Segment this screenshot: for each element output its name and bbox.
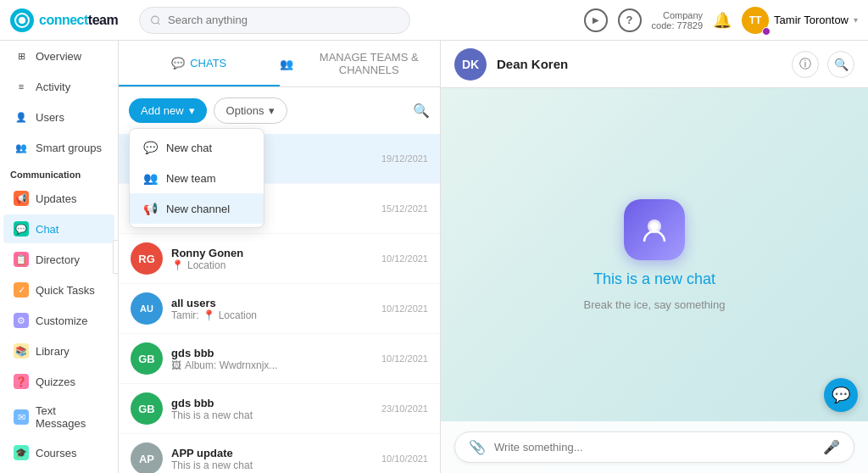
chat-input-container: 📎 🎤: [454, 431, 854, 463]
chat-message-input[interactable]: [494, 441, 815, 454]
chat-item[interactable]: RG Ronny Gonen 📍 Location 10/12/2021: [119, 234, 440, 284]
chat-header-name: Dean Koren: [497, 57, 782, 71]
sidebar-item-activity[interactable]: ≡ Activity: [3, 72, 114, 101]
search-bar[interactable]: [139, 7, 410, 34]
sidebar-item-courses[interactable]: 🎓 Courses: [3, 438, 114, 467]
new-team-menu-icon: 👥: [143, 171, 158, 185]
notification-button[interactable]: 🔔: [713, 11, 732, 30]
add-new-feature-button[interactable]: + Add new feature: [0, 468, 118, 473]
location-pin-icon: 📍: [171, 259, 184, 271]
manage-tab-icon: 👥: [280, 58, 293, 70]
svg-point-1: [19, 17, 25, 24]
sidebar-item-customize[interactable]: ⚙ Customize: [3, 306, 114, 335]
chat-avatar: GB: [131, 342, 163, 375]
quizzes-icon: ❓: [14, 374, 29, 389]
header-actions: ▶ ? Company code: 77829 🔔 TT Tamir Toron…: [584, 7, 858, 34]
chat-header: DK Dean Koren ⓘ 🔍: [441, 41, 868, 88]
search-in-chat-button[interactable]: 🔍: [827, 51, 854, 78]
chat-messages: This is a new chat Break the ice, say so…: [441, 88, 868, 421]
user-name: Tamir Torontow: [774, 14, 849, 26]
chat-info: gds bbb This is a new chat: [171, 397, 373, 421]
sidebar-item-chat[interactable]: 💬 Chat: [3, 214, 114, 243]
logo-icon: [10, 8, 34, 32]
communication-section-label: Communication: [0, 163, 118, 183]
sidebar-item-directory[interactable]: 📋 Directory: [3, 245, 114, 274]
app-header: connectteam ▶ ? Company code: 77829 🔔 TT…: [0, 0, 868, 41]
chat-tab-icon: 💬: [171, 57, 185, 70]
app-logo: connectteam: [10, 8, 129, 32]
location-pin-icon: 📍: [203, 309, 215, 321]
play-button[interactable]: ▶: [584, 8, 608, 32]
microphone-icon[interactable]: 🎤: [823, 439, 840, 455]
add-new-dropdown: 💬 New chat 👥 New team 📢 New channel: [129, 128, 264, 228]
chat-avatar: AP: [131, 442, 163, 473]
chat-input-wrap: 📎 🎤: [441, 421, 868, 473]
text-messages-icon: ✉: [14, 409, 29, 425]
new-chat-illustration: [624, 199, 685, 260]
quick-tasks-icon: ✓: [14, 282, 29, 298]
chat-list-header: Add new ▾ Options ▾ 🔍 💬 New chat 👥: [119, 87, 440, 134]
new-team-option[interactable]: 👥 New team: [130, 163, 264, 193]
sidebar-item-overview[interactable]: ⊞ Overview: [3, 42, 114, 70]
chat-avatar: GB: [131, 392, 163, 425]
chat-info: Ronny Gonen 📍 Location: [171, 247, 373, 271]
options-button[interactable]: Options ▾: [214, 97, 288, 124]
content-area: 💬 CHATS 👥 MANAGE TEAMS & CHANNELS Add ne…: [119, 41, 868, 473]
album-icon: 🖼: [171, 359, 181, 371]
help-button[interactable]: ?: [618, 8, 642, 32]
new-chat-title: This is a new chat: [593, 270, 715, 288]
chat-item[interactable]: AU all users Tamir: 📍 Location 10/12/202…: [119, 284, 440, 334]
svg-line-3: [158, 22, 159, 24]
sidebar-item-quick-tasks[interactable]: ✓ Quick Tasks: [3, 275, 114, 304]
search-icon: [150, 14, 161, 26]
chat-info: gds bbb 🖼 Album: Wwdrnxnjx...: [171, 347, 373, 371]
new-channel-option[interactable]: 📢 New channel: [130, 193, 264, 224]
chevron-down-icon: ▾: [854, 15, 858, 25]
chat-area: DK Dean Koren ⓘ 🔍 This is a new chat: [441, 41, 868, 473]
options-chevron-icon: ▾: [269, 104, 275, 117]
search-input[interactable]: [168, 14, 399, 26]
tab-manage-teams[interactable]: 👥 MANAGE TEAMS & CHANNELS: [280, 41, 441, 86]
user-avatar-wrap[interactable]: TT Tamir Torontow ▾: [742, 7, 858, 34]
grid-icon: ⊞: [14, 48, 29, 64]
sidebar-item-smart-groups[interactable]: 👥 Smart groups: [3, 133, 114, 162]
directory-icon: 📋: [14, 252, 29, 267]
info-button[interactable]: ⓘ: [792, 51, 819, 78]
updates-icon: 📢: [14, 191, 29, 206]
activity-icon: ≡: [14, 79, 29, 94]
svg-point-2: [152, 16, 159, 24]
company-info: Company code: 77829: [652, 10, 704, 31]
chats-tabs: 💬 CHATS 👥 MANAGE TEAMS & CHANNELS: [119, 41, 440, 87]
sidebar-item-quizzes[interactable]: ❓ Quizzes: [3, 367, 114, 396]
chat-info: all users Tamir: 📍 Location: [171, 297, 373, 321]
attachment-icon[interactable]: 📎: [469, 439, 486, 455]
sidebar-item-updates[interactable]: 📢 Updates: [3, 184, 114, 213]
chat-item[interactable]: GB gds bbb This is a new chat 23/10/2021: [119, 384, 440, 434]
sidebar-item-text-messages[interactable]: ✉ Text Messages: [3, 398, 114, 437]
search-chat-icon[interactable]: 🔍: [413, 103, 430, 119]
courses-icon: 🎓: [14, 445, 29, 460]
chat-icon: 💬: [14, 221, 29, 236]
main-layout: ◀ ⊞ Overview ≡ Activity 👤 Users 👥 Smart …: [0, 41, 868, 473]
customize-icon: ⚙: [14, 313, 29, 328]
add-new-button[interactable]: Add new ▾: [129, 98, 207, 123]
svg-point-5: [650, 222, 659, 231]
chat-info: APP update This is a new chat: [171, 447, 373, 471]
chat-item[interactable]: GB gds bbb 🖼 Album: Wwdrnxnjx... 10/12/2…: [119, 334, 440, 384]
smart-groups-icon: 👥: [14, 140, 29, 155]
floating-chat-button[interactable]: 💬: [824, 378, 858, 412]
chat-header-avatar: DK: [454, 48, 487, 81]
new-chat-option[interactable]: 💬 New chat: [130, 132, 264, 163]
sidebar-item-library[interactable]: 📚 Library: [3, 337, 114, 365]
new-channel-menu-icon: 📢: [143, 202, 158, 215]
sidebar-item-users[interactable]: 👤 Users: [3, 103, 114, 131]
chat-avatar: RG: [131, 242, 163, 275]
chat-item[interactable]: AP APP update This is a new chat 10/10/2…: [119, 434, 440, 473]
tab-chats[interactable]: 💬 CHATS: [119, 41, 280, 86]
chat-avatar: AU: [131, 292, 163, 325]
avatar-badge: [762, 27, 771, 36]
sidebar-toggle-button[interactable]: ◀: [113, 240, 119, 274]
library-icon: 📚: [14, 343, 29, 359]
new-chat-menu-icon: 💬: [143, 141, 158, 154]
avatar: TT: [742, 7, 769, 34]
